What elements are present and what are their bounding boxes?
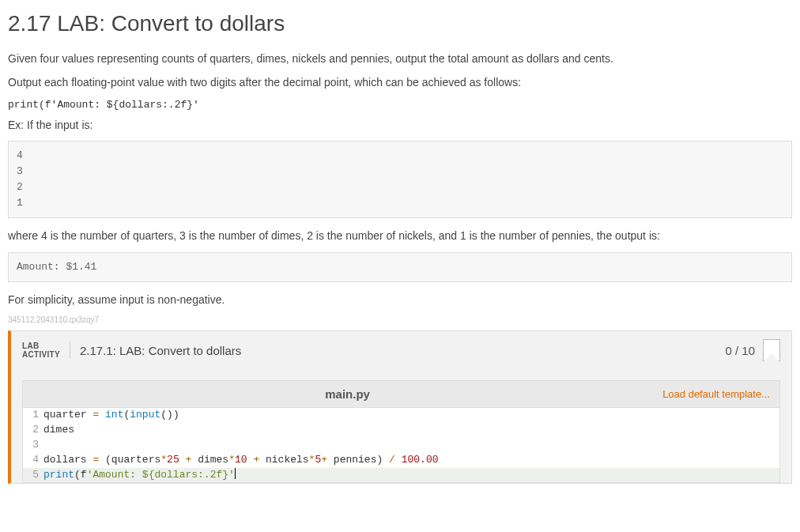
example-input-box: 4 3 2 1 — [8, 141, 792, 219]
lab-activity-title: 2.17.1: LAB: Convert to dollars — [80, 344, 726, 357]
lab-score: 0 / 10 — [725, 344, 755, 357]
code-line[interactable]: 1 quarter = int(input()) — [23, 408, 779, 423]
lab-tag-line1: LAB — [22, 341, 60, 350]
filename-label: main.py — [32, 387, 662, 401]
line-number: 2 — [23, 423, 43, 438]
watermark-id: 345112.2043110.qx3zqy7 — [8, 315, 792, 324]
line-number: 5 — [23, 468, 43, 483]
code-line[interactable]: 2 dimes — [23, 423, 779, 438]
editor-wrap: main.py Load default template... 1 quart… — [11, 369, 791, 483]
format-code: print(f'Amount: ${dollars:.2f}' — [8, 99, 792, 111]
assumption-text: For simplicity, assume input is non-nega… — [8, 292, 792, 308]
line-number: 1 — [23, 408, 43, 423]
code-editor[interactable]: 1 quarter = int(input()) 2 dimes 3 4 dol… — [22, 407, 780, 483]
line-number: 4 — [23, 453, 43, 468]
code-line[interactable]: 5 print(f'Amount: ${dollars:.2f}' — [23, 468, 779, 483]
example-explain: where 4 is the number of quarters, 3 is … — [8, 228, 792, 243]
line-number: 3 — [23, 438, 43, 453]
example-output-box: Amount: $1.41 — [8, 252, 792, 282]
example-label: Ex: If the input is: — [8, 117, 792, 133]
lab-activity-panel: LAB ACTIVITY 2.17.1: LAB: Convert to dol… — [8, 330, 792, 484]
code-line[interactable]: 4 dollars = (quarters*25 + dimes*10 + ni… — [23, 453, 779, 468]
format-note: Output each floating-point value with tw… — [8, 74, 792, 90]
lab-tag-line2: ACTIVITY — [22, 350, 60, 359]
lab-header: LAB ACTIVITY 2.17.1: LAB: Convert to dol… — [11, 331, 791, 369]
bookmark-icon[interactable] — [763, 339, 780, 361]
page-title: 2.17 LAB: Convert to dollars — [8, 11, 792, 36]
editor-toolbar: main.py Load default template... — [22, 380, 780, 407]
intro-text: Given four values representing counts of… — [8, 51, 792, 66]
code-line[interactable]: 3 — [23, 438, 779, 453]
lab-tag: LAB ACTIVITY — [22, 341, 70, 359]
load-template-link[interactable]: Load default template... — [662, 388, 770, 400]
